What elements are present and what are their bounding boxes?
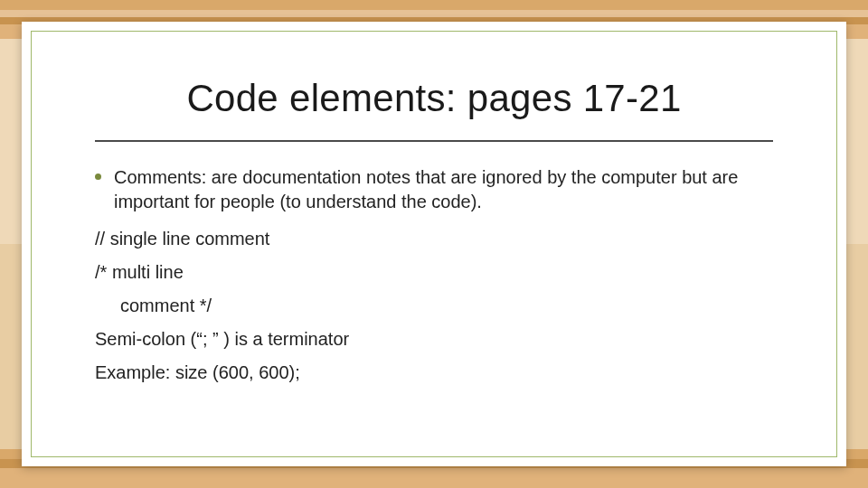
title-underline [95, 140, 773, 142]
code-multi-comment-end: comment */ [95, 294, 773, 318]
code-single-comment: // single line comment [95, 227, 773, 251]
slide-title: Code elements: pages 17-21 [95, 77, 773, 120]
semicolon-note: Semi-colon (“; ” ) is a terminator [95, 327, 773, 352]
slide-card: Code elements: pages 17-21 Comments: are… [22, 22, 846, 466]
slide-inner-border: Code elements: pages 17-21 Comments: are… [31, 31, 837, 457]
slide-body: Comments: are documentation notes that a… [95, 165, 773, 385]
bullet-item: Comments: are documentation notes that a… [95, 165, 773, 214]
bullet-icon [95, 174, 101, 180]
bullet-text: Comments: are documentation notes that a… [114, 165, 773, 214]
code-multi-comment-start: /* multi line [95, 260, 773, 285]
example-line: Example: size (600, 600); [95, 361, 773, 385]
